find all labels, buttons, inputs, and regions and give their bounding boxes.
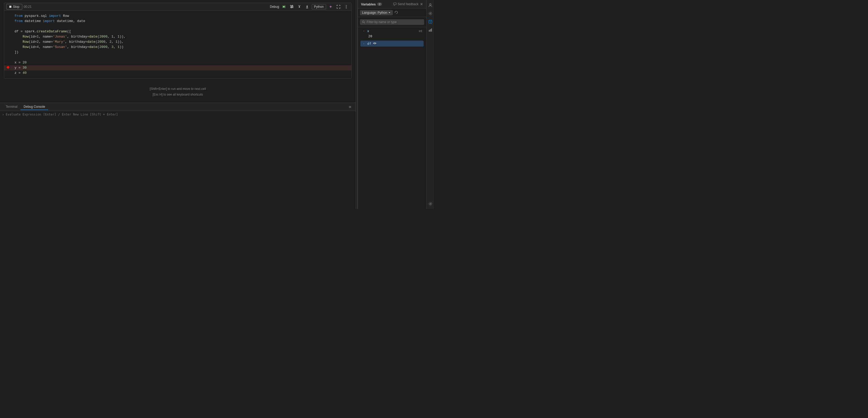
variable-row-x[interactable]: › x int [361,28,424,34]
svg-marker-10 [389,12,390,13]
person-icon [428,3,432,7]
language-label: Language: Python [362,11,387,14]
code-line-3 [4,24,351,29]
code-line-12: z = 40 [4,70,351,76]
variable-item-x: › x int 20 [358,27,426,40]
console-input[interactable] [6,113,353,116]
chevron-down-icon [388,11,391,14]
step-out-icon [305,5,309,8]
step-out-button[interactable] [304,4,310,9]
fullscreen-icon [337,5,340,8]
svg-rect-2 [285,5,285,8]
hint-line-2: [Esc H] to see all keyboard shortcuts [5,92,350,98]
eye-button-df[interactable] [373,41,376,46]
expand-x-button[interactable]: › [362,30,366,32]
more-options-icon [344,5,348,8]
more-options-button[interactable] [343,4,349,9]
svg-marker-1 [283,5,285,8]
bottom-tabs: Terminal Debug Console ✕ [0,103,355,111]
stop-button[interactable]: Stop [6,4,22,9]
svg-line-13 [364,23,365,24]
close-variables-panel-button[interactable]: ✕ [420,2,423,6]
svg-point-14 [374,43,375,44]
continue-button[interactable] [281,4,287,9]
step-over-icon [290,5,293,8]
right-sidebar-person-icon[interactable] [427,2,433,8]
hint-line-1: [Shift+Enter] to run and move to next ce… [5,86,350,92]
variables-count: 2 [377,3,382,6]
debug-label: Debug [270,5,279,8]
var-name-df: df [367,42,371,46]
send-feedback-button[interactable]: Send feedback [393,2,418,6]
sparkle-icon-button[interactable] [328,4,334,9]
language-selector-row: Language: Python [358,8,426,17]
step-into-button[interactable] [296,4,303,9]
right-sidebar [426,0,434,209]
right-sidebar-variables-icon[interactable] [427,19,433,25]
right-sidebar-settings-icon[interactable] [427,10,433,17]
svg-rect-21 [430,29,431,32]
fullscreen-button[interactable] [335,4,342,9]
breakpoint-dot [7,66,9,69]
code-line-9 [4,55,351,60]
send-feedback-label: Send feedback [398,2,418,6]
app-container: Stop 00:21 Debug [0,0,434,209]
python-badge[interactable]: Python [312,4,326,9]
variable-item-df: › df [358,40,426,48]
variables-title: Variables [361,2,376,6]
cell-container: Stop 00:21 Debug [4,3,352,79]
sparkle-icon [329,5,333,8]
filter-input[interactable] [367,20,422,24]
cell-toolbar: Stop 00:21 Debug [4,3,351,11]
svg-point-12 [363,21,364,23]
close-bottom-panel-button[interactable]: ✕ [347,104,353,110]
variable-row-df[interactable]: › df [361,41,424,47]
code-line-5: Row(id=1, name='Jonas', birthday=date(20… [4,34,351,39]
filter-input-wrapper [360,19,424,25]
tab-terminal[interactable]: Terminal [3,104,21,110]
cell-hints: [Shift+Enter] to run and move to next ce… [0,81,355,102]
gear-icon [428,202,432,206]
stop-icon [9,5,12,8]
svg-marker-11 [395,12,396,13]
console-input-area: › [0,111,355,118]
variables-filter [358,17,426,27]
panel-divider[interactable] [355,0,358,209]
refresh-icon [394,10,398,14]
stop-label: Stop [13,5,20,8]
code-editor[interactable]: from pyspark.sql import Row from datetim… [4,11,351,78]
svg-rect-0 [9,6,11,8]
chart-icon [428,28,432,32]
tab-debug-console[interactable]: Debug Console [21,104,48,110]
var-type-x: int [419,29,422,33]
variables-panel: Variables 2 Send feedback ✕ Language: Py… [358,0,426,209]
svg-point-23 [430,203,431,205]
variable-list: › x int 20 › df [358,27,426,209]
search-icon [362,21,365,24]
svg-point-8 [346,6,346,7]
timer-label: 00:21 [24,5,32,8]
var-value-x: 20 [361,34,424,38]
code-line-10: x = 20 [4,60,351,65]
step-over-button[interactable] [288,4,295,9]
right-sidebar-chart-icon[interactable] [427,27,433,33]
refresh-button[interactable] [394,10,398,15]
language-selector[interactable]: Language: Python [360,10,393,15]
notebook-area: Stop 00:21 Debug [0,0,355,209]
svg-rect-22 [431,29,432,32]
right-sidebar-gear-icon[interactable] [427,201,433,207]
code-line-2: from datetime import datetime, date [4,19,351,24]
svg-marker-4 [291,8,292,8]
main-area: Stop 00:21 Debug [0,0,434,209]
variables-icon [428,20,432,24]
expand-df-button[interactable]: › [362,42,366,45]
code-line-4: df = spark.createDataFrame([ [4,29,351,34]
code-line-7: Row(id=4, name='Susan', birthday=date(20… [4,44,351,50]
svg-point-16 [430,13,431,14]
bottom-panel: Terminal Debug Console ✕ › [0,102,355,141]
code-line-6: Row(id=2, name='Mary', birthday=date(200… [4,39,351,44]
feedback-icon [393,2,397,6]
settings-icon [428,11,432,16]
variables-header: Variables 2 Send feedback ✕ [358,0,426,8]
step-into-icon [298,5,301,8]
